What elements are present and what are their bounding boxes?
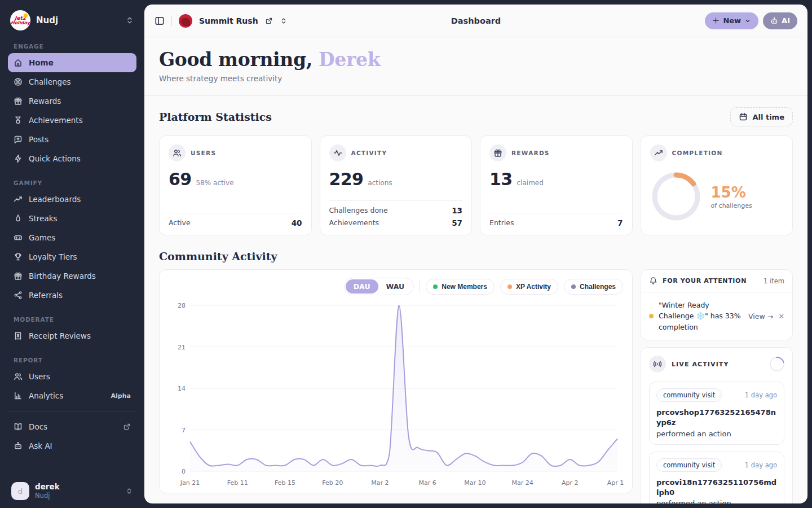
activity-description: performed an action — [656, 430, 777, 438]
sidebar-item-label: Birthday Rewards — [29, 271, 96, 281]
alpha-badge: Alpha — [111, 392, 131, 400]
stat-suffix: claimed — [517, 179, 544, 187]
view-link[interactable]: View → — [748, 312, 773, 321]
sidebar-item-label: Streaks — [29, 214, 58, 223]
sidebar-divider — [8, 411, 136, 411]
live-activity-entry[interactable]: community visit 1 day ago prcovshop17763… — [649, 382, 784, 444]
chevrons-up-down-icon[interactable] — [125, 16, 134, 25]
workspace-switcher[interactable]: Jet2 Holiday Nudj — [8, 7, 136, 32]
amber-dot-icon — [649, 314, 654, 318]
sidebar-item-quick-actions[interactable]: Quick Actions — [8, 149, 136, 168]
legend-chip-challenges[interactable]: Challenges — [564, 279, 623, 295]
sidebar-item-label: Posts — [29, 135, 48, 144]
divider — [420, 281, 420, 292]
home-icon — [14, 58, 23, 67]
sidebar-item-challenges[interactable]: Challenges — [8, 72, 136, 91]
sidebar-item-label: Leaderboards — [29, 195, 81, 204]
stat-row: Achievements57 — [329, 218, 463, 227]
activity-type-badge: community visit — [656, 388, 722, 402]
svg-text:Mar 24: Mar 24 — [511, 479, 533, 487]
sidebar-item-label: Receipt Reviews — [29, 331, 91, 340]
trending-up-icon — [14, 195, 23, 204]
trophy-icon — [14, 252, 23, 261]
divider — [171, 16, 172, 26]
user-name: derek — [35, 482, 120, 492]
greeting-heading: Good morning, Derek — [159, 49, 793, 71]
svg-text:Feb 15: Feb 15 — [275, 479, 295, 487]
sidebar-item-receipt-reviews[interactable]: Receipt Reviews — [8, 326, 136, 345]
sidebar-toggle-button[interactable] — [155, 16, 165, 26]
attention-panel: FOR YOUR ATTENTION 1 item "Winter Ready … — [641, 269, 793, 340]
attention-item: "Winter Ready Challenge ❄️" has 33% comp… — [641, 292, 792, 340]
nav-section-moderate: MODERATE — [14, 316, 136, 323]
sidebar-item-docs[interactable]: Docs — [8, 417, 136, 436]
user-menu[interactable]: d derek Nudj — [8, 478, 136, 502]
trending-up-icon — [650, 144, 667, 161]
sidebar-item-streaks[interactable]: Streaks — [8, 209, 136, 228]
svg-text:14: 14 — [178, 385, 186, 392]
svg-text:Apr 2: Apr 2 — [562, 479, 579, 487]
nav-section-gamify: GAMIFY — [14, 179, 136, 186]
sidebar-item-home[interactable]: Home — [8, 53, 136, 72]
toggle-dau[interactable]: DAU — [346, 279, 378, 294]
sidebar-item-loyalty-tiers[interactable]: Loyalty Tiers — [8, 247, 136, 266]
stat-row: Entries7 — [489, 218, 623, 227]
legend-chip-new-members[interactable]: New Members — [426, 279, 495, 295]
user-first-name: Derek — [319, 49, 380, 71]
sidebar-item-label: Ask AI — [29, 441, 52, 450]
new-button[interactable]: New — [705, 12, 758, 29]
sidebar-item-games[interactable]: Games — [8, 228, 136, 247]
platform-statistics-title: Platform Statistics — [159, 111, 272, 123]
stat-label: COMPLETION — [672, 150, 723, 156]
sidebar-item-rewards[interactable]: Rewards — [8, 91, 136, 111]
sidebar-item-label: Docs — [29, 422, 47, 431]
time-filter-button[interactable]: All time — [730, 107, 793, 126]
stat-card-activity: ACTIVITY 229 actions Challenges done13 A… — [320, 135, 473, 235]
users-icon — [169, 144, 186, 161]
toggle-wau[interactable]: WAU — [378, 279, 413, 294]
flame-icon — [14, 214, 23, 223]
close-icon[interactable]: ✕ — [778, 312, 784, 321]
topbar: Summit Rush Dashboard New AI — [144, 5, 807, 37]
chevrons-up-down-icon[interactable] — [280, 17, 288, 25]
target-icon — [14, 77, 23, 86]
green-dot-icon — [433, 284, 438, 289]
message-square-plus-icon — [14, 135, 23, 144]
slate-dot-icon — [571, 284, 576, 289]
greeting-subtitle: Where strategy meets creativity — [159, 74, 793, 83]
activity-line-chart[interactable]: 07142128Jan 21Feb 11Feb 15Feb 20Mar 2Mar… — [169, 297, 624, 489]
sidebar-item-birthday-rewards[interactable]: Birthday Rewards — [8, 266, 136, 286]
sidebar-item-label: Referrals — [29, 291, 63, 300]
brand-name: Nudj — [36, 15, 120, 25]
loading-spinner-icon — [767, 354, 787, 374]
gift-icon — [14, 97, 23, 106]
completion-percent: 15% — [711, 184, 752, 201]
dau-wau-toggle: DAU WAU — [344, 278, 414, 295]
live-activity-entry[interactable]: community visit 1 day ago prcovi18n17763… — [649, 452, 784, 504]
gift-icon — [14, 271, 23, 281]
sidebar-item-leaderboards[interactable]: Leaderboards — [8, 190, 136, 209]
sidebar-item-label: Achievements — [29, 116, 83, 125]
sidebar-item-posts[interactable]: Posts — [8, 130, 136, 149]
sidebar-item-label: Home — [29, 58, 54, 67]
sidebar-item-label: Loyalty Tiers — [29, 252, 77, 261]
completion-caption: of challenges — [711, 202, 752, 209]
greeting-section: Good morning, Derek Where strategy meets… — [144, 37, 807, 96]
stat-suffix: actions — [368, 179, 392, 187]
sidebar-item-referrals[interactable]: Referrals — [8, 286, 136, 305]
live-activity-title: LIVE ACTIVITY — [672, 361, 764, 368]
ai-button[interactable]: AI — [763, 12, 797, 29]
completion-donut-chart — [650, 170, 702, 222]
sidebar-item-users[interactable]: Users — [8, 367, 136, 386]
activity-pulse-icon — [329, 144, 346, 161]
legend-chip-xp-activity[interactable]: XP Activity — [500, 279, 558, 295]
sidebar-item-achievements[interactable]: Achievements — [8, 111, 136, 130]
sidebar-item-ask-ai[interactable]: Ask AI — [8, 436, 136, 456]
sidebar: Jet2 Holiday Nudj ENGAGE Home Challenges… — [0, 0, 144, 508]
chevrons-up-down-icon — [125, 487, 133, 495]
external-link-icon[interactable] — [265, 17, 273, 25]
sidebar-item-analytics[interactable]: Analytics Alpha — [8, 386, 136, 405]
stat-card-users: USERS 69 58% active Active40 — [159, 135, 312, 235]
svg-text:Jan 21: Jan 21 — [180, 479, 200, 487]
stat-value: 69 — [169, 169, 192, 189]
